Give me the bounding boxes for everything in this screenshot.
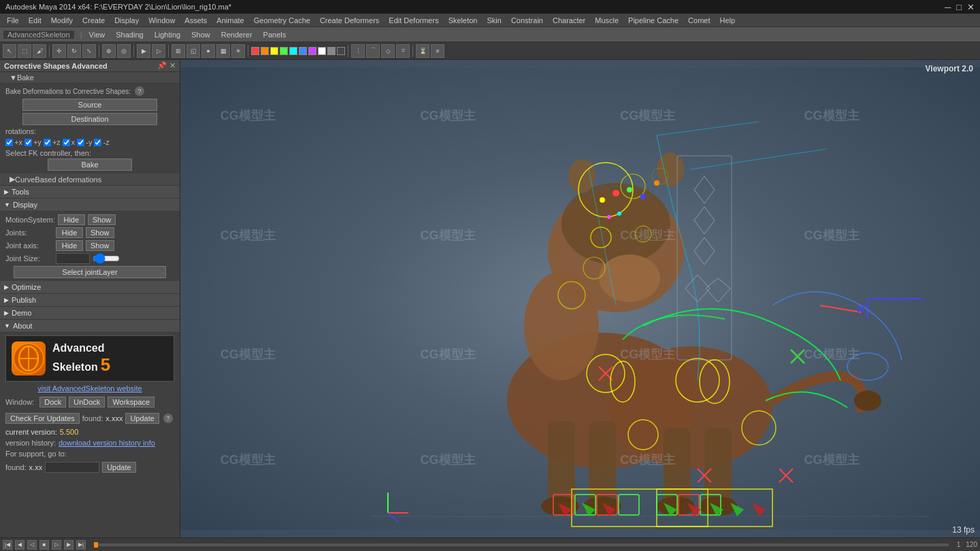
color-swatch-yellow[interactable] [270, 47, 278, 55]
toolbar-icon-light[interactable]: ☀ [231, 44, 245, 58]
demo-section-header[interactable]: ▶ Demo [0, 307, 180, 320]
color-swatch-cyan[interactable] [289, 47, 297, 55]
color-swatch-white[interactable] [318, 47, 326, 55]
joint-size-slider[interactable] [93, 253, 120, 264]
color-swatch-blue[interactable] [299, 47, 307, 55]
color-swatch-gray[interactable] [327, 47, 336, 55]
toolbar-icon-smooth[interactable]: ● [201, 44, 215, 58]
module-shading[interactable]: Shading [112, 30, 147, 39]
bake-help-icon[interactable]: ? [135, 86, 144, 96]
tools-section-header[interactable]: ▶ Tools [0, 186, 180, 199]
optimize-section-header[interactable]: ▶ Optimize [0, 281, 180, 294]
toolbar-icon-lasso[interactable]: ⬚ [18, 44, 31, 58]
menu-help[interactable]: Help [716, 16, 740, 25]
toolbar-icon-snap-view[interactable]: ⌗ [396, 44, 410, 58]
timeline-bar[interactable] [94, 544, 949, 546]
minimize-btn[interactable]: ─ [945, 2, 951, 12]
color-swatch-dark[interactable] [337, 47, 345, 55]
bake-button[interactable]: Bake [48, 158, 132, 171]
destination-button[interactable]: Destination [22, 113, 157, 125]
visit-website-link[interactable]: visit AdvancedSkeleton website [5, 384, 174, 393]
undock-button[interactable]: UnDock [69, 397, 105, 407]
menu-create[interactable]: Create [78, 16, 109, 25]
joints-hide-button[interactable]: Hide [56, 227, 83, 238]
checkbox-minus-z-input[interactable] [94, 139, 101, 146]
color-swatch-purple[interactable] [308, 47, 316, 55]
support-input[interactable] [45, 462, 99, 473]
module-panels[interactable]: Panels [259, 30, 291, 39]
bottom-play-end[interactable]: ▶| [76, 540, 86, 550]
menu-assets[interactable]: Assets [180, 16, 211, 25]
viewport[interactable]: CG模型主 CG模型主 CG模型主 CG模型主 CG模型主 CG模型主 CG模型… [180, 60, 980, 537]
toolbar-icon-render[interactable]: ▶ [137, 44, 150, 58]
select-joint-layer-button[interactable]: Select jointLayer [14, 266, 165, 278]
toolbar-icon-snap-curve[interactable]: ⌒ [366, 44, 380, 58]
toolbar-icon-select[interactable]: ↖ [3, 44, 16, 58]
color-swatch-red[interactable] [251, 47, 259, 55]
panel-pin-icon[interactable]: 📌 [157, 61, 167, 70]
menu-modify[interactable]: Modify [47, 16, 77, 25]
menu-geometry-cache[interactable]: Geometry Cache [250, 16, 314, 25]
menu-comet[interactable]: Comet [684, 16, 714, 25]
toolbar-icon-universal[interactable]: ⊕ [102, 44, 116, 58]
menu-skin[interactable]: Skin [483, 16, 505, 25]
checkbox-plus-x-input[interactable] [5, 139, 13, 146]
menu-pipeline-cache[interactable]: Pipeline Cache [624, 16, 683, 25]
updates-help-icon[interactable]: ? [163, 414, 173, 423]
toolbar-icon-snap-grid[interactable]: ⋮ [351, 44, 365, 58]
bottom-play-rev[interactable]: ◁ [27, 540, 37, 550]
bottom-stop[interactable]: ■ [39, 540, 49, 550]
toolbar-icon-soft[interactable]: ◎ [117, 44, 131, 58]
about-section-header[interactable]: ▼ About [0, 320, 180, 333]
panel-name[interactable]: AdvancedSkeleton [3, 30, 75, 39]
module-renderer[interactable]: Renderer [217, 30, 257, 39]
checkbox-minus-y-input[interactable] [77, 139, 84, 146]
motion-hide-button[interactable]: Hide [58, 214, 85, 225]
toolbar-icon-scale[interactable]: ⤡ [82, 44, 96, 58]
toolbar-icon-paint[interactable]: 🖌 [33, 44, 46, 58]
toolbar-icon-snap-point[interactable]: ◇ [381, 44, 395, 58]
color-swatch-orange[interactable] [261, 47, 269, 55]
maximize-btn[interactable]: □ [956, 2, 962, 12]
close-btn[interactable]: ✕ [967, 2, 975, 12]
bottom-play-back[interactable]: |◀ [3, 540, 12, 550]
timeline-cursor[interactable] [94, 542, 98, 548]
bottom-next-frame[interactable]: ▶ [64, 540, 74, 550]
toolbar-icon-grid[interactable]: ⊞ [172, 44, 185, 58]
panel-close-icon[interactable]: ✕ [169, 61, 176, 70]
module-show[interactable]: Show [187, 30, 214, 39]
motion-show-button[interactable]: Show [88, 214, 116, 225]
toolbar-icon-wire[interactable]: ◱ [186, 44, 200, 58]
checkbox-x-input[interactable] [63, 139, 70, 146]
bottom-prev-frame[interactable]: ◀ [15, 540, 24, 550]
support-update-button[interactable]: Update [102, 462, 135, 473]
menu-window[interactable]: Window [144, 16, 179, 25]
workspace-button[interactable]: Workspace [108, 397, 154, 407]
menu-edit[interactable]: Edit [24, 16, 46, 25]
display-section-header[interactable]: ▼ Display [0, 199, 180, 212]
check-updates-button[interactable]: Check For Updates [5, 413, 80, 424]
update-button[interactable]: Update [125, 413, 159, 424]
joint-axis-show-button[interactable]: Show [86, 240, 114, 251]
checkbox-plus-y-input[interactable] [24, 139, 32, 146]
joints-show-button[interactable]: Show [86, 227, 114, 238]
menu-file[interactable]: File [3, 16, 23, 25]
menu-display[interactable]: Display [110, 16, 143, 25]
menu-skeleton[interactable]: Skeleton [444, 16, 482, 25]
menu-character[interactable]: Character [549, 16, 589, 25]
menu-muscle[interactable]: Muscle [591, 16, 623, 25]
menu-create-deformers[interactable]: Create Deformers [316, 16, 383, 25]
dock-button[interactable]: Dock [39, 397, 66, 407]
checkbox-plus-z-input[interactable] [44, 139, 51, 146]
joint-size-input[interactable]: 0.11 [56, 253, 90, 264]
toolbar-icon-history[interactable]: ⌛ [416, 44, 429, 58]
menu-animate[interactable]: Animate [212, 16, 248, 25]
toolbar-icon-rotate[interactable]: ↻ [67, 44, 81, 58]
source-button[interactable]: Source [22, 99, 157, 111]
module-lighting[interactable]: Lighting [150, 30, 185, 39]
module-view[interactable]: View [85, 30, 110, 39]
publish-section-header[interactable]: ▶ Publish [0, 294, 180, 307]
version-history-link[interactable]: download version history info [59, 439, 155, 447]
bake-section-header[interactable]: ▼ Bake [0, 72, 180, 84]
curvebased-section-header[interactable]: ▶ CurveBased deformations [0, 173, 180, 186]
